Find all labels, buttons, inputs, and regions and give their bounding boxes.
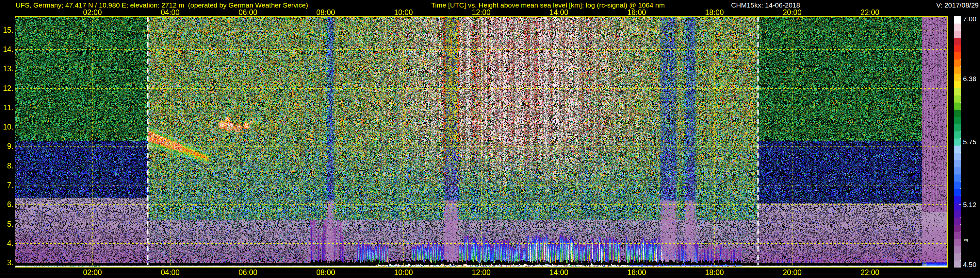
- x-axis-tick-label-top: 04:00: [161, 8, 180, 17]
- x-axis-tick-label-bottom: 04:00: [161, 268, 180, 277]
- y-axis-tick-label: 7.: [0, 181, 13, 190]
- x-axis-tick-label-bottom: 06:00: [239, 268, 258, 277]
- colorbar-tick-label: 6.38: [963, 75, 977, 83]
- y-axis-tick-label: 5.: [0, 219, 13, 228]
- x-axis-tick-label-bottom: 22:00: [861, 268, 880, 277]
- y-axis-tick-label: 12.: [0, 84, 13, 93]
- y-axis-tick-label: 8.: [0, 161, 13, 170]
- y-axis-tick-label: 6.: [0, 200, 13, 209]
- y-axis-tick-label: 4.: [0, 239, 13, 248]
- x-axis-tick-label-bottom: 20:00: [783, 268, 802, 277]
- x-axis-tick-label-bottom: 08:00: [316, 268, 335, 277]
- x-axis-tick-label-top: 10:00: [394, 8, 413, 17]
- x-axis-tick-label-top: 12:00: [472, 8, 491, 17]
- colorbar-canvas: [954, 16, 961, 268]
- x-axis-tick-label-top: 02:00: [83, 8, 102, 17]
- x-axis-tick-label-bottom: 02:00: [83, 268, 102, 277]
- y-axis-tick-label: 15.: [0, 26, 13, 34]
- colorbar-tick-label: 5.75: [963, 138, 977, 146]
- colorbar-tick-label: 5.12: [963, 201, 977, 209]
- x-axis-tick-label-bottom: 14:00: [549, 268, 568, 277]
- y-axis-tick-label: 9.: [0, 142, 13, 151]
- x-axis-tick-label-bottom: 10:00: [394, 268, 413, 277]
- y-axis-tick-label: 14.: [0, 45, 13, 54]
- ceilometer-quicklook: UFS, Germany; 47.417 N / 10.980 E; eleva…: [0, 0, 980, 278]
- y-axis-tick-label: 13.: [0, 64, 13, 73]
- x-axis-tick-label-top: 22:00: [861, 8, 880, 17]
- colorbar-eq-label: eq: [964, 238, 968, 242]
- x-axis-tick-label-bottom: 18:00: [705, 268, 724, 277]
- x-axis-tick-label-bottom: 16:00: [627, 268, 646, 277]
- y-axis-tick-label: 11.: [0, 103, 13, 112]
- y-axis-tick-label: 10.: [0, 123, 13, 131]
- y-axis-tick-label: 3.: [0, 258, 13, 267]
- x-axis-tick-label-top: 18:00: [705, 8, 724, 17]
- x-axis-tick-label-top: 08:00: [316, 8, 335, 17]
- x-axis-tick-label-top: 14:00: [549, 8, 568, 17]
- colorbar-tick-label: 7.00: [963, 15, 977, 23]
- colorbar-tick-label: 4.50: [963, 260, 977, 268]
- x-axis-tick-label-top: 16:00: [627, 8, 646, 17]
- heatmap-plot-canvas: [15, 16, 948, 268]
- version-label: V: 2017/08/29: [936, 1, 979, 9]
- x-axis-tick-label-top: 20:00: [783, 8, 802, 17]
- x-axis-tick-label-bottom: 12:00: [472, 268, 491, 277]
- x-axis-tick-label-top: 06:00: [239, 8, 258, 17]
